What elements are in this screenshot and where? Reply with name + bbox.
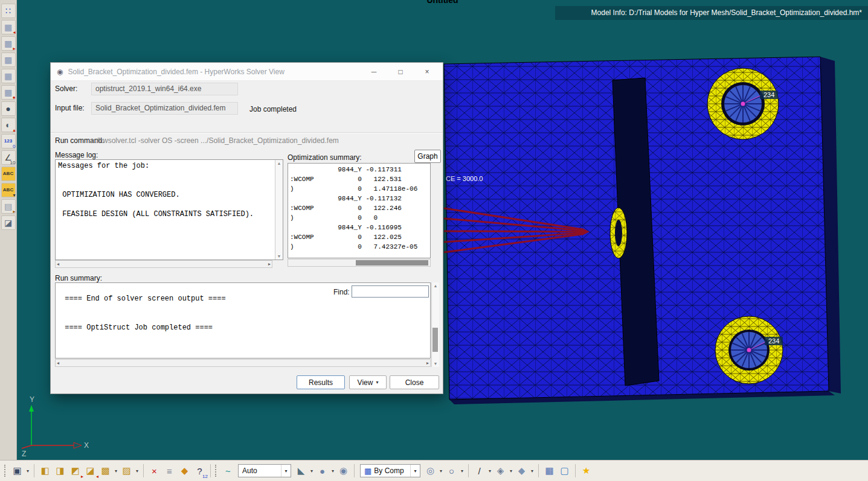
mesh-grid-icon[interactable]: ▦ [1, 53, 16, 67]
optimization-summary-panel[interactable]: 9844_Y -0.117311 :WCOMP 0 122.531 ) 0 1.… [288, 163, 431, 258]
model-info-banner: Model Info: D:/Trial Models for Hyper Me… [555, 6, 868, 20]
label-abc-arrow-icon[interactable]: ABC▾ [1, 183, 16, 197]
view-button-label: View [358, 378, 373, 387]
angle-measure-icon-badge: 10 [10, 161, 16, 165]
optimization-summary-hscroll-thumb[interactable] [356, 260, 428, 266]
close-button[interactable]: Close [390, 375, 439, 389]
toolbar-separator [210, 464, 211, 477]
toolbar-grip[interactable] [215, 465, 217, 477]
find-input[interactable] [352, 285, 429, 298]
entity-selector-icon-dropdown[interactable]: ▾ [309, 468, 315, 474]
scroll-up-icon[interactable]: ▲ [277, 161, 281, 165]
open-model-icon[interactable]: ◧ [37, 463, 53, 478]
section-plane-icon[interactable]: ◪ [1, 215, 16, 230]
dialog-titlebar[interactable]: ◉ Solid_Bracket_Optimization_divided.fem… [51, 63, 443, 81]
feature-display-icon[interactable]: ◈ [493, 463, 508, 478]
shaded-view-icon[interactable]: ● [315, 463, 330, 478]
mesh-arrow-right-icon[interactable]: ▦▸ [1, 36, 16, 51]
mesh-grid-alt-icon[interactable]: ▦ [1, 69, 16, 83]
renumber-icon[interactable]: ?12 [192, 463, 207, 478]
message-log-vscroll[interactable]: ▲ ▼ [275, 160, 283, 260]
delete-icon[interactable]: × [147, 463, 162, 478]
edge-display-icon-dropdown[interactable]: ▾ [487, 468, 493, 474]
view-dropdown-arrow-icon: ▾ [376, 380, 378, 385]
feature-display-icon-dropdown[interactable]: ▾ [508, 468, 514, 474]
optimization-summary-text: 9844_Y -0.117311 :WCOMP 0 122.531 ) 0 1.… [288, 164, 430, 253]
mesh-arrow-left-icon[interactable]: ▦◂ [1, 20, 16, 34]
transparency-icon-dropdown[interactable]: ▾ [529, 468, 535, 474]
minimize-button[interactable]: ─ [361, 63, 387, 81]
dialog-divider [51, 132, 443, 133]
z-axis-label: Z [22, 450, 26, 458]
solver-label: Solver: [55, 84, 77, 93]
numbers-display-icon[interactable]: 1230 [1, 134, 16, 148]
entity-selector-icon[interactable]: ◣ [294, 463, 309, 478]
spline-tool-icon[interactable]: ~ [220, 463, 236, 478]
color-mode-arrow-icon[interactable]: ▾ [410, 465, 420, 477]
screen-display-icon[interactable]: ▢ [557, 463, 572, 478]
toolbar-separator [143, 464, 144, 477]
selection-mode-arrow-icon[interactable]: ▾ [281, 465, 291, 477]
input-file-field[interactable]: Solid_Bracket_Optimization_divided.fem [91, 102, 238, 115]
wireframe-view-icon[interactable]: ◎ [423, 463, 438, 478]
organize-icon[interactable]: ≡ [162, 463, 177, 478]
toolbar-grip[interactable] [4, 465, 7, 477]
toolbar-separator [575, 464, 576, 477]
clip-sphere-icon[interactable]: ◐▴ [1, 118, 16, 132]
transparency-icon[interactable]: ◆ [514, 463, 529, 478]
run-summary-vscroll-thumb[interactable] [432, 328, 438, 352]
import-solver-deck-icon-dropdown[interactable]: ▾ [113, 468, 119, 474]
mesh-mark-icon[interactable]: ▦● [1, 85, 16, 100]
workspace-cube-icon[interactable]: ▣ [10, 463, 25, 478]
shaded-sphere-icon[interactable]: ● [1, 101, 16, 116]
tag-mesh-icon[interactable]: ▤▸ [1, 199, 16, 214]
scroll-left-icon[interactable]: ◂ [57, 261, 59, 267]
node-id-label-bottom: 234 [768, 337, 779, 345]
hidden-line-view-icon-dropdown[interactable]: ▾ [459, 468, 465, 474]
color-mode-combo[interactable]: ▦ By Comp ▾ [360, 464, 420, 477]
dialog-title: Solid_Bracket_Optimization_divided.fem -… [68, 68, 361, 76]
toolbar-separator [538, 464, 539, 477]
export-model-icon[interactable]: ◪◂ [83, 463, 98, 478]
message-log-panel[interactable]: Messages for the job: OPTIMIZATION HAS C… [55, 159, 283, 260]
mask-icon[interactable]: ◆ [177, 463, 192, 478]
optimization-summary-hscroll[interactable] [288, 259, 431, 267]
export-solver-deck-icon[interactable]: ▨ [119, 463, 134, 478]
run-summary-hscroll[interactable]: ◂ ▸ [55, 359, 431, 367]
view-button[interactable]: View ▾ [349, 375, 387, 389]
run-summary-vscroll[interactable]: ▲ ▼ [431, 282, 439, 367]
scroll-right-icon[interactable]: ▸ [268, 261, 271, 267]
points-display-icon[interactable]: ∷ [1, 4, 16, 18]
window-title: Untitled [17, 0, 868, 5]
edge-display-icon[interactable]: / [472, 463, 487, 478]
scroll-right-icon[interactable]: ▸ [426, 360, 429, 366]
scroll-up-icon[interactable]: ▲ [434, 284, 438, 288]
scroll-down-icon[interactable]: ▼ [277, 254, 281, 258]
results-button[interactable]: Results [297, 375, 345, 389]
run-summary-label: Run summary: [55, 274, 102, 282]
label-abc-icon[interactable]: ABC [1, 167, 16, 181]
angle-measure-icon[interactable]: ∠10 [1, 150, 16, 165]
workspace-cube-icon-dropdown[interactable]: ▾ [25, 468, 31, 474]
favorites-star-icon[interactable]: ★ [579, 463, 594, 478]
solver-view-dialog: ◉ Solid_Bracket_Optimization_divided.fem… [50, 62, 443, 394]
graph-button[interactable]: Graph [414, 150, 441, 163]
selection-mode-combo[interactable]: Auto ▾ [238, 464, 291, 477]
save-model-icon[interactable]: ◨ [53, 463, 68, 478]
maximize-button[interactable]: □ [387, 63, 414, 81]
hidden-line-view-icon[interactable]: ○ [444, 463, 459, 478]
solver-field[interactable]: optistruct_2019.1_win64_i64.exe [91, 83, 238, 95]
import-model-icon[interactable]: ◩▸ [68, 463, 83, 478]
scroll-down-icon[interactable]: ▼ [434, 362, 438, 366]
close-window-button[interactable]: × [414, 63, 440, 81]
export-solver-deck-icon-dropdown[interactable]: ▾ [134, 468, 140, 474]
close-button-label: Close [405, 378, 424, 387]
message-log-hscroll[interactable]: ◂ ▸ [55, 260, 272, 268]
import-solver-deck-icon[interactable]: ▩ [98, 463, 113, 478]
shaded-edges-icon[interactable]: ◉ [336, 463, 351, 478]
mesh-display-icon[interactable]: ▦ [542, 463, 557, 478]
wireframe-view-icon-dropdown[interactable]: ▾ [438, 468, 444, 474]
shaded-view-icon-dropdown[interactable]: ▾ [330, 468, 336, 474]
scroll-left-icon[interactable]: ◂ [57, 360, 59, 366]
input-file-label: Input file: [55, 104, 85, 112]
